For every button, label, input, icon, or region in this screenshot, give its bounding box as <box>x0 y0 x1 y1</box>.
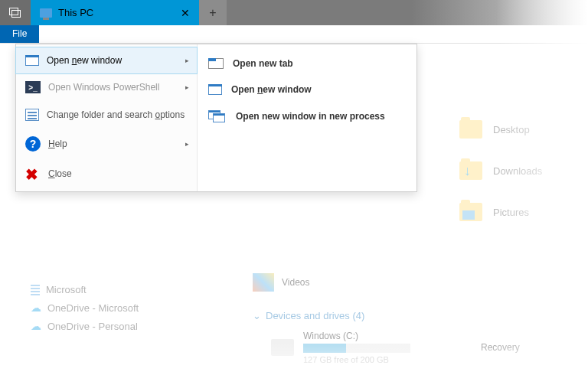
submenu-item-label: Open new window <box>231 84 312 95</box>
drive-c[interactable]: Windows (C:) 127 GB free of 200 GB Recov… <box>271 331 520 364</box>
new-tab-button[interactable]: + <box>199 0 227 25</box>
file-menu-left: Open new window ▸ >_ Open Windows PowerS… <box>16 44 198 191</box>
help-icon: ? <box>25 136 41 152</box>
folder-desktop[interactable]: Desktop <box>459 120 542 139</box>
sidebar-item-microsoft[interactable]: Microsoft <box>31 281 168 298</box>
drive-label: Windows (C:) <box>303 331 410 341</box>
videos-label: Videos <box>282 277 309 288</box>
folder-downloads-icon <box>459 161 482 180</box>
tab-icon <box>208 58 224 69</box>
ribbon-tabs: File <box>0 25 588 44</box>
menu-item-label: Close <box>48 168 72 179</box>
powershell-icon: >_ <box>25 81 41 93</box>
title-bar: This PC ✕ + <box>0 0 588 25</box>
tab-title: This PC <box>58 7 93 18</box>
devices-header[interactable]: ⌄ Devices and drives (4) <box>253 310 520 321</box>
menu-item-label: Help <box>48 139 67 149</box>
file-menu-submenu: Open new tab Open new window Open new wi… <box>198 44 416 191</box>
videos-icon <box>253 273 274 292</box>
menu-open-new-window[interactable]: Open new window ▸ <box>15 47 198 74</box>
menu-change-options[interactable]: Change folder and search options <box>16 101 197 129</box>
submenu-item-label: Open new tab <box>233 58 293 69</box>
submenu-item-label: Open new window in new process <box>236 111 385 122</box>
chevron-right-icon: ▸ <box>185 83 189 91</box>
folder-label: Desktop <box>493 124 530 135</box>
close-icon: ✖ <box>25 167 41 181</box>
tab-close-button[interactable]: ✕ <box>181 7 190 19</box>
cloud-icon: ☁ <box>31 320 41 332</box>
sidebar-item-label: OneDrive - Personal <box>47 321 138 332</box>
folder-label: Downloads <box>493 165 542 177</box>
menu-help[interactable]: ? Help ▸ <box>16 129 197 159</box>
sidebar-item-label: OneDrive - Microsoft <box>47 302 139 314</box>
folder-downloads[interactable]: Downloads <box>459 161 542 180</box>
folder-label: Pictures <box>493 207 529 218</box>
submenu-open-new-window-process[interactable]: Open new window in new process <box>198 103 416 130</box>
active-tab[interactable]: This PC ✕ <box>31 0 199 25</box>
cascade-windows-button[interactable] <box>0 0 31 25</box>
file-menu: Open new window ▸ >_ Open Windows PowerS… <box>15 44 417 192</box>
sidebar-item-label: Microsoft <box>46 284 87 295</box>
file-tab[interactable]: File <box>0 25 39 43</box>
drive-sub: 127 GB free of 200 GB <box>303 355 410 364</box>
building-icon <box>31 285 40 295</box>
menu-close[interactable]: ✖ Close <box>16 159 197 188</box>
window-icon <box>208 84 222 95</box>
menu-item-label: Open new window <box>47 55 122 66</box>
submenu-open-new-window[interactable]: Open new window <box>198 77 416 103</box>
submenu-open-new-tab[interactable]: Open new tab <box>198 51 416 77</box>
folder-pictures[interactable]: Pictures <box>459 203 542 221</box>
sidebar-item-onedrive-ms[interactable]: ☁ OneDrive - Microsoft <box>31 298 168 317</box>
folder-icon <box>459 120 482 139</box>
folder-pictures-icon <box>459 203 482 221</box>
disk-icon <box>271 339 294 356</box>
this-pc-icon <box>40 8 52 18</box>
cascade-icon <box>9 8 21 18</box>
sidebar-item-onedrive-personal[interactable]: ☁ OneDrive - Personal <box>31 317 168 335</box>
menu-open-powershell[interactable]: >_ Open Windows PowerShell ▸ <box>16 73 197 101</box>
menu-item-label: Change folder and search options <box>47 109 185 120</box>
cloud-icon: ☁ <box>31 302 41 314</box>
menu-item-label: Open Windows PowerShell <box>48 82 159 93</box>
chevron-down-icon: ⌄ <box>253 310 261 321</box>
options-icon <box>25 109 39 121</box>
window-icon <box>25 55 39 66</box>
windows-process-icon <box>208 110 227 122</box>
drive-recovery[interactable]: Recovery <box>481 342 520 353</box>
chevron-right-icon: ▸ <box>185 140 189 148</box>
chevron-right-icon: ▸ <box>185 57 189 64</box>
